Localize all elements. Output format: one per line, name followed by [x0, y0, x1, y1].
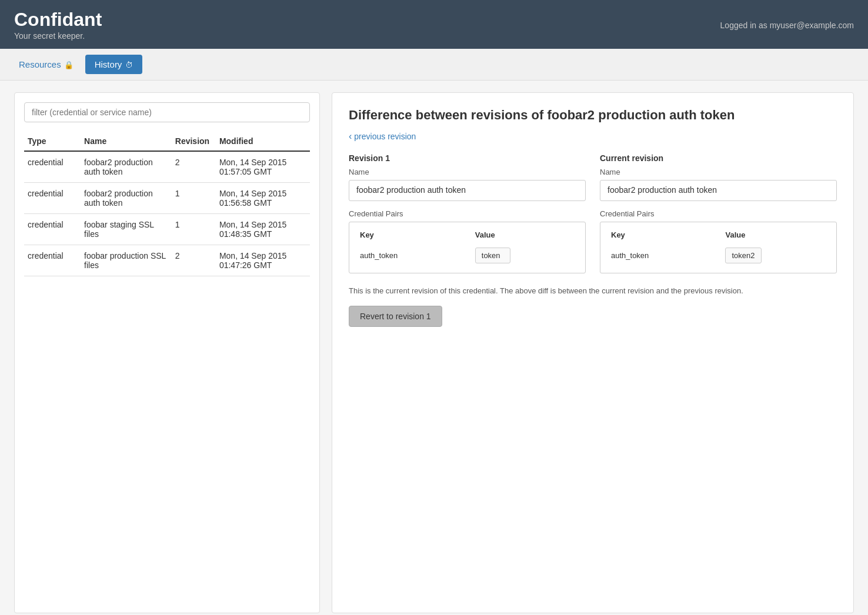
- diff-columns: Revision 1 Name foobar2 production auth …: [349, 153, 837, 273]
- app-header: Confidant Your secret keeper. Logged in …: [0, 0, 868, 49]
- rev1-value-col: Value: [470, 228, 579, 244]
- col-header-revision: Revision: [172, 132, 216, 151]
- resources-label: Resources: [19, 59, 61, 69]
- rev1-key-col: Key: [355, 228, 470, 244]
- rev1-value-cell: token: [470, 244, 579, 267]
- current-value-box: token2: [725, 248, 761, 263]
- row-revision: 2: [172, 151, 216, 183]
- note-text: This is the current revision of this cre…: [349, 285, 837, 297]
- current-key-col: Key: [606, 228, 720, 244]
- logged-in-user: Logged in as myuser@example.com: [720, 21, 854, 30]
- rev1-name-field-label: Name: [349, 168, 586, 176]
- row-modified: Mon, 14 Sep 2015 01:48:35 GMT: [216, 214, 310, 245]
- rev1-name-value: foobar2 production auth token: [349, 180, 586, 201]
- rev1-cred-pairs-box: Key Value auth_token token: [349, 222, 586, 273]
- current-cred-pairs-table: Key Value auth_token token2: [606, 228, 830, 267]
- table-row[interactable]: credential foobar2 production auth token…: [24, 183, 310, 214]
- rev1-value-box: token: [475, 248, 510, 263]
- row-modified: Mon, 14 Sep 2015 01:56:58 GMT: [216, 183, 310, 214]
- table-row[interactable]: credential foobar2 production auth token…: [24, 151, 310, 183]
- chevron-left-icon: ‹: [349, 131, 352, 142]
- row-name: foobar2 production auth token: [81, 183, 172, 214]
- previous-revision-label: previous revision: [354, 132, 416, 141]
- table-row[interactable]: credential foobar staging SSL files 1 Mo…: [24, 214, 310, 245]
- current-name-value: foobar2 production auth token: [600, 180, 837, 201]
- navbar: Resources History: [0, 49, 868, 81]
- row-type: credential: [24, 151, 81, 183]
- current-cred-pairs-label: Credential Pairs: [600, 209, 837, 218]
- col-header-type: Type: [24, 132, 81, 151]
- current-key-cell: auth_token: [606, 244, 720, 267]
- app-subtitle: Your secret keeper.: [14, 31, 102, 41]
- row-modified: Mon, 14 Sep 2015 01:47:26 GMT: [216, 245, 310, 276]
- row-type: credential: [24, 183, 81, 214]
- row-type: credential: [24, 214, 81, 245]
- row-revision: 1: [172, 214, 216, 245]
- revision1-label: Revision 1: [349, 153, 586, 163]
- revert-to-revision-button[interactable]: Revert to revision 1: [349, 306, 442, 327]
- clock-icon: [125, 59, 133, 69]
- current-value-col: Value: [720, 228, 830, 244]
- rev1-cred-pairs-table: Key Value auth_token token: [355, 228, 579, 267]
- current-revision-column: Current revision Name foobar2 production…: [600, 153, 837, 273]
- row-type: credential: [24, 245, 81, 276]
- rev1-cred-pairs-label: Credential Pairs: [349, 209, 586, 218]
- lock-icon: [64, 59, 74, 69]
- current-value-cell: token2: [720, 244, 830, 267]
- diff-title: Difference between revisions of foobar2 …: [349, 107, 837, 124]
- row-modified: Mon, 14 Sep 2015 01:57:05 GMT: [216, 151, 310, 183]
- row-name: foobar staging SSL files: [81, 214, 172, 245]
- row-revision: 2: [172, 245, 216, 276]
- history-nav-button[interactable]: History: [85, 55, 143, 74]
- rev1-key-cell: auth_token: [355, 244, 470, 267]
- col-header-name: Name: [81, 132, 172, 151]
- current-cred-row: auth_token token2: [606, 244, 830, 267]
- resources-nav-link[interactable]: Resources: [14, 56, 78, 73]
- filter-input[interactable]: [24, 102, 310, 122]
- current-name-field-label: Name: [600, 168, 837, 176]
- row-name: foobar2 production auth token: [81, 151, 172, 183]
- main-content: Type Name Revision Modified credential f…: [0, 81, 868, 615]
- table-row[interactable]: credential foobar production SSL files 2…: [24, 245, 310, 276]
- previous-revision-link[interactable]: ‹ previous revision: [349, 131, 837, 142]
- app-title: Confidant: [14, 9, 102, 30]
- revision1-column: Revision 1 Name foobar2 production auth …: [349, 153, 586, 273]
- right-panel: Difference between revisions of foobar2 …: [332, 92, 854, 613]
- rev1-cred-row: auth_token token: [355, 244, 579, 267]
- history-table: Type Name Revision Modified credential f…: [24, 132, 310, 276]
- left-panel: Type Name Revision Modified credential f…: [14, 92, 320, 613]
- row-name: foobar production SSL files: [81, 245, 172, 276]
- current-cred-pairs-box: Key Value auth_token token2: [600, 222, 837, 273]
- current-revision-label: Current revision: [600, 153, 837, 163]
- col-header-modified: Modified: [216, 132, 310, 151]
- row-revision: 1: [172, 183, 216, 214]
- history-label: History: [95, 59, 122, 69]
